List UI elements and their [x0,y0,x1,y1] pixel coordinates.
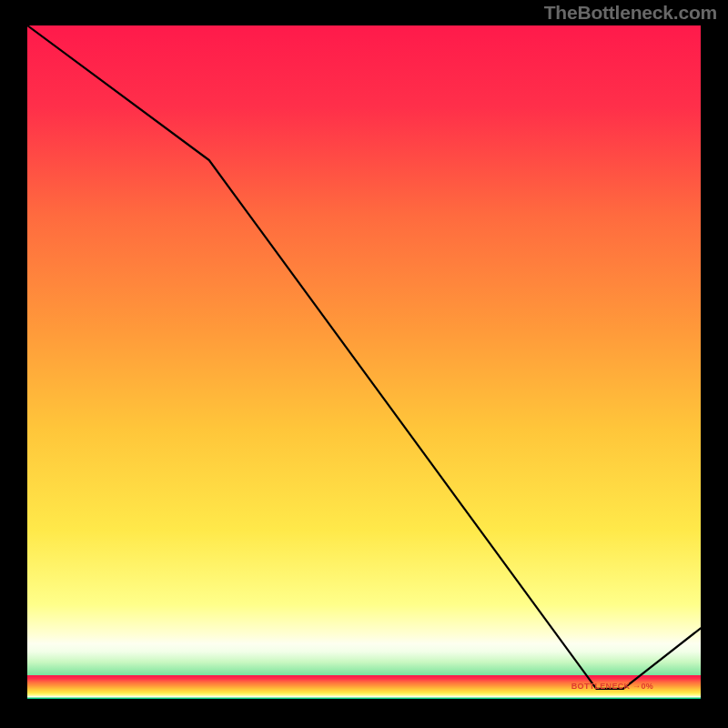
chart-stage: TheBottleneck.com BOTTLENECK →0% [0,0,728,728]
bottleneck-percent-label: BOTTLENECK →0% [571,682,653,691]
watermark-text: TheBottleneck.com [544,2,717,24]
plot-area [27,25,701,699]
